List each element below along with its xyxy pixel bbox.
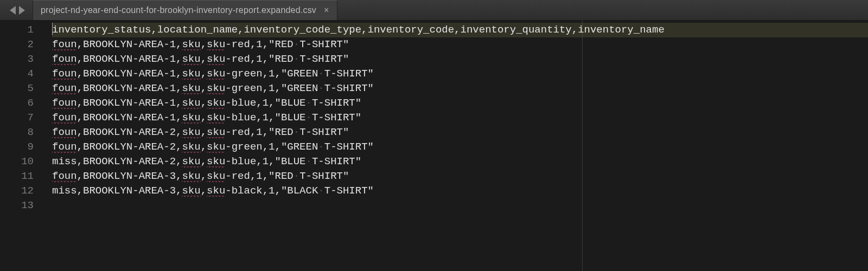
spellcheck-word: sku	[182, 170, 200, 183]
spellcheck-word: foun	[52, 141, 77, 153]
whitespace-dot: ·	[293, 38, 299, 50]
code-text: miss,BROOKLYN-AREA-2,	[52, 156, 182, 167]
code-line[interactable]: inventory_status,location_name,inventory…	[52, 23, 868, 37]
code-text: ,	[201, 185, 207, 197]
line-number: 3	[0, 52, 44, 67]
spellcheck-word: sku	[207, 38, 225, 51]
spellcheck-word: sku	[207, 126, 225, 139]
code-text: T-SHIRT"	[299, 126, 349, 138]
code-text: T-SHIRT"	[299, 53, 349, 65]
code-text: -blue,1,"BLUE	[225, 156, 305, 167]
code-area[interactable]: inventory_status,location_name,inventory…	[44, 21, 868, 271]
file-tab[interactable]: project-nd-year-end-count-for-brooklyn-i…	[33, 0, 337, 20]
code-text: ,BROOKLYN-AREA-1,	[77, 82, 182, 94]
spellcheck-word: sku	[207, 97, 225, 109]
code-text: T-SHIRT"	[299, 38, 349, 50]
code-line[interactable]: foun,BROOKLYN-AREA-1,sku,sku-blue,1,"BLU…	[52, 96, 868, 111]
code-text: ,	[201, 112, 207, 124]
code-text: T-SHIRT"	[324, 141, 374, 153]
nav-buttons	[0, 0, 33, 20]
close-icon[interactable]: ×	[324, 5, 329, 15]
code-text: -blue,1,"BLUE	[225, 97, 305, 109]
code-text: -red,1,"RED	[225, 53, 293, 65]
whitespace-dot: ·	[318, 82, 324, 94]
code-text: ,	[201, 68, 207, 80]
line-number: 5	[0, 81, 44, 96]
code-line[interactable]: foun,BROOKLYN-AREA-1,sku,sku-blue,1,"BLU…	[52, 111, 868, 125]
code-text: inventory_status,location_name,inventory…	[52, 24, 665, 36]
code-text: ,	[201, 38, 207, 50]
whitespace-dot: ·	[293, 170, 299, 182]
code-line[interactable]: foun,BROOKLYN-AREA-2,sku,sku-green,1,"GR…	[52, 140, 868, 154]
whitespace-dot: ·	[306, 112, 312, 124]
code-text: -black,1,"BLACK	[225, 185, 318, 197]
code-text: -red,1,"RED	[225, 126, 293, 138]
line-number: 4	[0, 67, 44, 81]
code-line[interactable]: foun,BROOKLYN-AREA-1,sku,sku-green,1,"GR…	[52, 81, 868, 96]
line-number: 10	[0, 154, 44, 169]
code-text: -green,1,"GREEN	[225, 68, 318, 80]
whitespace-dot: ·	[306, 156, 312, 167]
spellcheck-word: sku	[207, 82, 225, 95]
editor[interactable]: 12345678910111213 inventory_status,locat…	[0, 21, 868, 271]
spellcheck-word: foun	[52, 38, 77, 51]
code-line[interactable]: foun,BROOKLYN-AREA-1,sku,sku-green,1,"GR…	[52, 67, 868, 81]
code-text: -green,1,"GREEN	[225, 82, 318, 94]
spellcheck-word: foun	[52, 170, 77, 183]
spellcheck-word: foun	[52, 97, 77, 109]
whitespace-dot: ·	[318, 68, 324, 80]
spellcheck-word: sku	[182, 112, 200, 124]
code-text: -red,1,"RED	[225, 38, 293, 50]
code-text: ,BROOKLYN-AREA-1,	[77, 38, 182, 50]
spellcheck-word: foun	[52, 68, 77, 80]
spellcheck-word: foun	[52, 82, 77, 95]
line-number: 1	[0, 23, 44, 37]
code-text: ,BROOKLYN-AREA-1,	[77, 112, 182, 124]
whitespace-dot: ·	[318, 141, 324, 153]
line-number: 11	[0, 169, 44, 184]
spellcheck-word: sku	[207, 170, 225, 183]
code-text: ,BROOKLYN-AREA-3,	[77, 170, 182, 182]
code-line[interactable]: miss,BROOKLYN-AREA-3,sku,sku-black,1,"BL…	[52, 184, 868, 198]
code-line[interactable]: foun,BROOKLYN-AREA-3,sku,sku-red,1,"RED·…	[52, 169, 868, 184]
line-number: 9	[0, 140, 44, 154]
spellcheck-word: sku	[182, 38, 200, 51]
code-text: ,BROOKLYN-AREA-1,	[77, 68, 182, 80]
line-number: 8	[0, 125, 44, 140]
code-text: ,BROOKLYN-AREA-1,	[77, 53, 182, 65]
whitespace-dot: ·	[318, 185, 324, 197]
spellcheck-word: sku	[207, 112, 225, 124]
spellcheck-word: foun	[52, 112, 77, 124]
code-text: -red,1,"RED	[225, 170, 293, 182]
code-text: T-SHIRT"	[324, 82, 374, 94]
code-text: -blue,1,"BLUE	[225, 112, 305, 124]
titlebar: project-nd-year-end-count-for-brooklyn-i…	[0, 0, 868, 21]
spellcheck-word: sku	[207, 68, 225, 80]
code-text: ,	[201, 53, 207, 65]
spellcheck-word: sku	[182, 82, 200, 95]
code-text: miss,BROOKLYN-AREA-3,	[52, 185, 182, 197]
code-line[interactable]: foun,BROOKLYN-AREA-1,sku,sku-red,1,"RED·…	[52, 52, 868, 67]
code-text: T-SHIRT"	[299, 170, 349, 182]
gutter: 12345678910111213	[0, 21, 44, 271]
code-text: ,BROOKLYN-AREA-2,	[77, 141, 182, 153]
nav-back-icon[interactable]	[10, 6, 16, 15]
code-line[interactable]: foun,BROOKLYN-AREA-2,sku,sku-red,1,"RED·…	[52, 125, 868, 140]
nav-forward-icon[interactable]	[19, 6, 25, 15]
tab-filename: project-nd-year-end-count-for-brooklyn-i…	[41, 5, 316, 15]
code-text: T-SHIRT"	[324, 68, 374, 80]
code-line[interactable]: miss,BROOKLYN-AREA-2,sku,sku-blue,1,"BLU…	[52, 154, 868, 169]
code-text: ,	[201, 97, 207, 109]
code-text: ,	[201, 82, 207, 94]
code-text: -green,1,"GREEN	[225, 141, 318, 153]
code-text: T-SHIRT"	[324, 185, 374, 197]
line-number: 2	[0, 37, 44, 52]
line-number: 13	[0, 198, 44, 213]
whitespace-dot: ·	[293, 53, 299, 65]
code-line[interactable]: foun,BROOKLYN-AREA-1,sku,sku-red,1,"RED·…	[52, 37, 868, 52]
code-text: ,BROOKLYN-AREA-2,	[77, 126, 182, 138]
line-number: 6	[0, 96, 44, 111]
code-text: ,	[201, 126, 207, 138]
spellcheck-word: sku	[207, 53, 225, 66]
line-number: 7	[0, 111, 44, 125]
